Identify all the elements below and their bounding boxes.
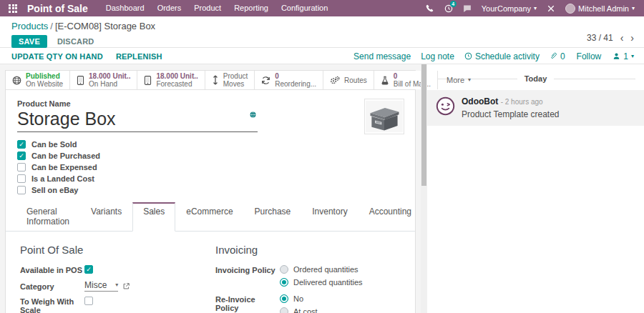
caret-down-icon: ▾ — [632, 6, 635, 11]
save-button[interactable]: SAVE — [11, 35, 47, 48]
radio-at-cost[interactable]: At cost — [280, 307, 332, 313]
radio-delivered-quantities[interactable]: Delivered quantities — [280, 278, 363, 287]
to-weigh-checkbox[interactable] — [84, 297, 93, 305]
tab-ecommerce[interactable]: eCommerce — [175, 202, 243, 232]
replenish-button[interactable]: REPLENISH — [116, 52, 162, 61]
caret-down-icon: ▾ — [468, 77, 471, 83]
stat-button-product-moves[interactable]: ProductMoves — [205, 71, 255, 89]
radio-selected-icon — [280, 294, 288, 303]
attachment-count: 0 — [560, 51, 565, 61]
tab-variants[interactable]: Variants — [80, 202, 132, 232]
pager-previous-icon[interactable]: ‹ — [620, 34, 624, 42]
notebook-tabs: General Information Variants Sales eComm… — [6, 202, 415, 232]
vertical-scrollbar[interactable] — [421, 64, 427, 313]
can-be-purchased-checkbox[interactable]: ✓ — [17, 151, 26, 160]
product-name-label: Product Name — [17, 99, 404, 108]
option-is-landed-cost: Is a Landed Cost — [17, 174, 404, 183]
tab-accounting[interactable]: Accounting — [358, 202, 422, 232]
control-panel: Products/[E-COM08] Storage Box SAVE DISC… — [0, 16, 644, 48]
chatter-panel: Today OdooBot - 2 hours ago Product Temp… — [427, 64, 644, 313]
messages-icon[interactable] — [458, 0, 477, 16]
form-statusbar: UPDATE QTY ON HAND REPLENISH — [0, 49, 338, 64]
user-menu[interactable]: Mitchell Admin ▾ — [560, 4, 640, 14]
activities-icon[interactable]: 4 — [439, 0, 458, 16]
stat-button-on-hand[interactable]: 18.000 Unit..On Hand — [70, 71, 137, 89]
field-available-in-pos: Available in POS ✓ — [20, 265, 203, 275]
external-link-icon[interactable] — [122, 282, 130, 290]
paperclip-icon — [550, 52, 557, 60]
menu-configuration[interactable]: Configuration — [275, 0, 334, 16]
sell-on-ebay-checkbox[interactable] — [17, 186, 26, 194]
clock-icon — [464, 52, 472, 60]
field-category: Category Misce ▾ — [20, 280, 203, 292]
breadcrumb-products-link[interactable]: Products — [11, 21, 48, 31]
radio-icon — [280, 265, 288, 274]
stat-more-button[interactable]: More ▾ — [438, 71, 479, 89]
user-avatar — [565, 4, 575, 14]
option-can-be-expensed: Can be Expensed — [17, 162, 404, 172]
menu-orders[interactable]: Orders — [151, 0, 188, 16]
radio-ordered-quantities[interactable]: Ordered quantities — [280, 265, 363, 274]
send-message-button[interactable]: Send message — [353, 51, 411, 61]
can-be-sold-checkbox[interactable]: ✓ — [17, 140, 26, 149]
pager-value[interactable]: 33 / 41 — [587, 33, 613, 43]
caret-down-icon: ▾ — [534, 6, 537, 11]
product-image[interactable] — [364, 99, 404, 134]
stat-button-website[interactable]: PublishedOn Website — [6, 71, 70, 89]
storage-box-image — [366, 100, 403, 133]
pos-section-title: Point Of Sale — [20, 244, 203, 256]
radio-icon — [280, 307, 288, 313]
stat-button-forecasted[interactable]: 18.000 Unit..Forecasted — [137, 71, 205, 89]
category-dropdown[interactable]: Misce ▾ — [84, 280, 118, 292]
mobile-icon — [144, 76, 152, 85]
follow-button[interactable]: Follow — [577, 51, 602, 61]
option-can-be-purchased: ✓ Can be Purchased — [17, 151, 404, 160]
debug-icon[interactable] — [542, 0, 560, 16]
pager: 33 / 41 ‹ › — [587, 33, 634, 43]
arrows-up-down-icon — [212, 75, 219, 85]
phone-icon[interactable] — [421, 0, 439, 16]
breadcrumb: Products/[E-COM08] Storage Box — [11, 21, 633, 32]
field-reinvoice-policy: Re-Invoice Policy No At cost — [215, 294, 404, 313]
chatter-toolbar: Send message Log note Schedule activity … — [343, 49, 644, 64]
tab-general-information[interactable]: General Information — [16, 202, 80, 232]
is-landed-cost-checkbox[interactable] — [17, 174, 26, 183]
field-invoicing-policy: Invoicing Policy Ordered quantities Deli… — [215, 265, 404, 287]
translate-globe-icon[interactable] — [250, 111, 256, 118]
tab-sales[interactable]: Sales — [132, 202, 175, 232]
app-title[interactable]: Point of Sale — [21, 3, 99, 14]
available-in-pos-checkbox[interactable]: ✓ — [84, 265, 93, 274]
followers-button[interactable]: 1 ▾ — [613, 51, 634, 61]
invoicing-section: Invoicing Invoicing Policy Ordered quant… — [215, 244, 404, 313]
pager-next-icon[interactable]: › — [630, 34, 634, 42]
apps-menu-button[interactable] — [4, 0, 21, 16]
caret-down-icon: ▾ — [631, 54, 634, 59]
message-author: OdooBot — [462, 96, 498, 106]
schedule-activity-button[interactable]: Schedule activity — [464, 51, 540, 61]
caret-down-icon: ▾ — [115, 282, 118, 288]
update-qty-on-hand-button[interactable]: UPDATE QTY ON HAND — [11, 52, 103, 61]
gears-icon — [330, 76, 340, 85]
tab-inventory[interactable]: Inventory — [301, 202, 358, 232]
log-note-button[interactable]: Log note — [421, 51, 454, 61]
menu-reporting[interactable]: Reporting — [228, 0, 275, 16]
message-timestamp: - 2 hours ago — [501, 98, 543, 106]
company-switcher[interactable]: YourCompany ▾ — [477, 4, 542, 13]
tab-purchase[interactable]: Purchase — [244, 202, 302, 232]
stat-button-routes[interactable]: Routes — [323, 71, 374, 89]
main-menu: Dashboard Orders Product Reporting Confi… — [99, 0, 335, 16]
product-name-input[interactable] — [17, 109, 232, 131]
chatter-message: OdooBot - 2 hours ago Product Template c… — [427, 90, 644, 126]
menu-dashboard[interactable]: Dashboard — [99, 0, 151, 16]
discard-button[interactable]: DISCARD — [57, 37, 94, 46]
stat-button-bom[interactable]: 0Bill of Mat... — [374, 71, 438, 89]
activity-badge: 4 — [450, 1, 457, 7]
can-be-expensed-checkbox[interactable] — [17, 163, 26, 172]
scrollbar-thumb[interactable] — [421, 64, 426, 186]
menu-product[interactable]: Product — [187, 0, 228, 16]
stat-button-reordering-rules[interactable]: 0Reordering... — [255, 71, 323, 89]
attachments-button[interactable]: 0 — [550, 51, 565, 61]
mobile-icon — [77, 76, 84, 85]
radio-no[interactable]: No — [280, 294, 332, 303]
breadcrumb-current: [E-COM08] Storage Box — [55, 21, 155, 31]
